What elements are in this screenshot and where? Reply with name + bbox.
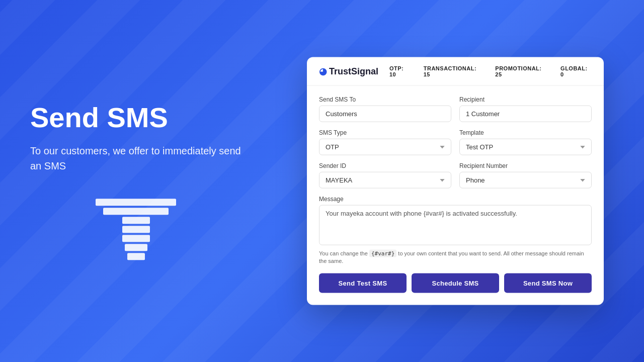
recipient-label: Recipient [459, 96, 592, 103]
form-grid: Send SMS To Recipient SMS Type OTP Trans… [319, 96, 592, 265]
stat-otp-label: OTP: [389, 65, 404, 71]
stat-global-label: GLOBAL: [560, 65, 588, 71]
page-subtitle: To our customers, we offer to immediatel… [30, 143, 242, 173]
send-sms-to-input[interactable] [319, 106, 451, 122]
stat-promo-value: 25 [495, 71, 502, 77]
send-sms-card: ◕ TrustSignal OTP: 10 TRANSACTIONAL: 15 … [307, 57, 604, 305]
sms-type-select[interactable]: OTP Transactional Promotional [319, 139, 451, 155]
logo-bar-3 [122, 217, 150, 224]
stat-trans-value: 15 [424, 71, 430, 77]
recipient-number-group: Recipient Number Phone Mobile Work Phone [459, 162, 592, 189]
logo-bar-4 [122, 226, 150, 233]
sender-id-select[interactable]: MAYEKA TXTSIG ALERTS [319, 172, 451, 189]
logo-bar-5 [122, 235, 150, 242]
stat-global: GLOBAL: 0 [560, 65, 592, 77]
header-stats: OTP: 10 TRANSACTIONAL: 15 PROMOTIONAL: 2… [389, 65, 592, 77]
left-panel: Send SMS To our customers, we offer to i… [30, 102, 242, 260]
sender-id-group: Sender ID MAYEKA TXTSIG ALERTS [319, 162, 451, 189]
recipient-input[interactable] [459, 106, 592, 122]
stat-promo-label: PROMOTIONAL: [495, 65, 541, 71]
recipient-group: Recipient [459, 96, 592, 122]
message-label: Message [319, 196, 592, 203]
sender-id-label: Sender ID [319, 162, 451, 169]
stat-global-value: 0 [560, 71, 564, 77]
message-group: Message Your mayeka account with phone {… [319, 196, 592, 265]
send-sms-to-group: Send SMS To [319, 96, 451, 122]
stat-trans-label: TRANSACTIONAL: [424, 65, 476, 71]
template-select[interactable]: Test OTP Welcome Alert [459, 139, 592, 155]
button-row: Send Test SMS Schedule SMS Send SMS Now [319, 273, 592, 293]
brand-name: TrustSignal [329, 66, 378, 76]
stat-otp: OTP: 10 [389, 65, 412, 77]
page-title: Send SMS [30, 102, 242, 133]
sms-type-label: SMS Type [319, 129, 451, 136]
logo-bar-1 [96, 199, 176, 206]
stat-otp-value: 10 [389, 71, 396, 77]
stat-promotional: PROMOTIONAL: 25 [495, 65, 548, 77]
send-test-button[interactable]: Send Test SMS [319, 273, 407, 293]
logo-bar-7 [127, 253, 145, 260]
template-group: Template Test OTP Welcome Alert [459, 129, 592, 155]
card-header: ◕ TrustSignal OTP: 10 TRANSACTIONAL: 15 … [307, 57, 604, 86]
logo-bar-6 [125, 244, 147, 251]
brand-logo: ◕ TrustSignal [319, 66, 379, 77]
sms-type-group: SMS Type OTP Transactional Promotional [319, 129, 451, 155]
schedule-sms-button[interactable]: Schedule SMS [412, 273, 499, 293]
logo-bar-2 [103, 208, 169, 215]
decorative-logo-icon [30, 199, 242, 260]
send-sms-to-label: Send SMS To [319, 96, 451, 103]
message-hint: You can change the {#var#} to your own c… [319, 250, 592, 265]
recipient-number-select[interactable]: Phone Mobile Work Phone [459, 172, 592, 189]
card-body: Send SMS To Recipient SMS Type OTP Trans… [307, 86, 604, 305]
hint-var: {#var#} [369, 250, 396, 257]
brand-icon: ◕ [319, 66, 327, 77]
template-label: Template [459, 129, 592, 136]
send-now-button[interactable]: Send SMS Now [504, 273, 592, 293]
recipient-number-label: Recipient Number [459, 162, 592, 169]
stat-transactional: TRANSACTIONAL: 15 [424, 65, 484, 77]
message-textarea[interactable]: Your mayeka account with phone {#var#} i… [319, 205, 592, 245]
